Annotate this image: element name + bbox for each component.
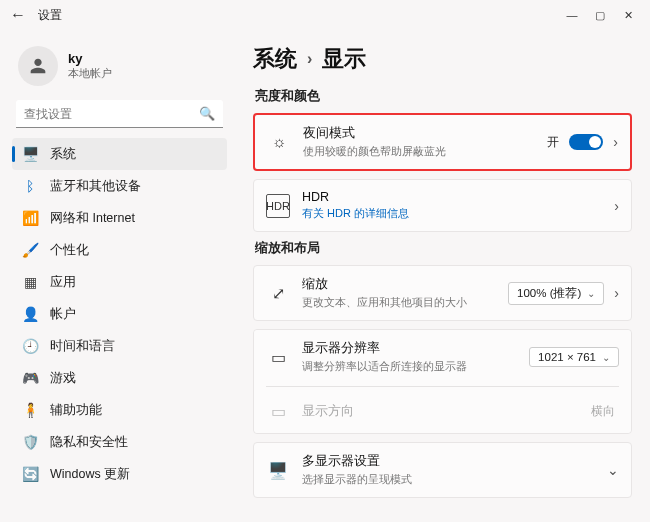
card-sub: 使用较暖的颜色帮助屏蔽蓝光 — [303, 144, 535, 159]
chevron-down-icon: ⌄ — [602, 352, 610, 363]
hdr-link[interactable]: 有关 HDR 的详细信息 — [302, 206, 602, 221]
crumb-parent[interactable]: 系统 — [253, 44, 297, 74]
chevron-down-icon: ⌄ — [587, 288, 595, 299]
sun-icon: ☼ — [267, 130, 291, 154]
account-icon: 👤 — [22, 306, 38, 322]
divider — [266, 386, 619, 387]
accessibility-icon: 🧍 — [22, 402, 38, 418]
chevron-right-icon: › — [307, 50, 312, 68]
sidebar-item-label: 系统 — [50, 146, 76, 163]
bluetooth-icon: ᛒ — [22, 178, 38, 194]
sidebar-item-label: 时间和语言 — [50, 338, 115, 355]
sidebar-item-label: 个性化 — [50, 242, 89, 259]
avatar — [18, 46, 58, 86]
scale-icon: ⤢ — [266, 281, 290, 305]
apps-icon: ▦ — [22, 274, 38, 290]
card-sub: 选择显示器的呈现模式 — [302, 472, 595, 487]
update-icon: 🔄 — [22, 466, 38, 482]
person-icon — [27, 55, 49, 77]
sidebar-item-label: 网络和 Internet — [50, 210, 135, 227]
sidebar-item-update[interactable]: 🔄 Windows 更新 — [12, 458, 227, 490]
hdr-icon: HDR — [266, 194, 290, 218]
breadcrumb: 系统 › 显示 — [253, 44, 632, 74]
maximize-button[interactable]: ▢ — [586, 9, 614, 22]
sidebar-item-accounts[interactable]: 👤 帐户 — [12, 298, 227, 330]
close-button[interactable]: ✕ — [614, 9, 642, 22]
shield-icon: 🛡️ — [22, 434, 38, 450]
card-title: 夜间模式 — [303, 125, 535, 142]
user-name: ky — [68, 51, 112, 66]
resolution-dropdown[interactable]: 1021 × 761 ⌄ — [529, 347, 619, 367]
card-title: 显示方向 — [302, 403, 579, 420]
chevron-right-icon[interactable]: › — [613, 134, 618, 150]
section-scale: 缩放和布局 — [255, 240, 632, 257]
sidebar-item-network[interactable]: 📶 网络和 Internet — [12, 202, 227, 234]
sidebar-item-label: 辅助功能 — [50, 402, 102, 419]
chevron-down-icon[interactable]: ⌄ — [607, 462, 619, 478]
minimize-button[interactable]: — — [558, 9, 586, 21]
sidebar-item-personalization[interactable]: 🖌️ 个性化 — [12, 234, 227, 266]
card-sub: 更改文本、应用和其他项目的大小 — [302, 295, 496, 310]
chevron-right-icon[interactable]: › — [614, 285, 619, 301]
card-title: HDR — [302, 190, 602, 204]
search-input[interactable] — [16, 100, 223, 128]
card-multi-display[interactable]: 🖥️ 多显示器设置 选择显示器的呈现模式 ⌄ — [253, 442, 632, 498]
resolution-value: 1021 × 761 — [538, 351, 596, 363]
card-orientation: ▭ 显示方向 横向 — [254, 389, 631, 433]
sidebar-item-time[interactable]: 🕘 时间和语言 — [12, 330, 227, 362]
sidebar-item-label: 应用 — [50, 274, 76, 291]
sidebar-item-label: 游戏 — [50, 370, 76, 387]
section-brightness: 亮度和颜色 — [255, 88, 632, 105]
clock-icon: 🕘 — [22, 338, 38, 354]
card-title: 显示器分辨率 — [302, 340, 517, 357]
card-scale[interactable]: ⤢ 缩放 更改文本、应用和其他项目的大小 100% (推荐) ⌄ › — [253, 265, 632, 321]
sidebar-item-bluetooth[interactable]: ᛒ 蓝牙和其他设备 — [12, 170, 227, 202]
gaming-icon: 🎮 — [22, 370, 38, 386]
sidebar-item-accessibility[interactable]: 🧍 辅助功能 — [12, 394, 227, 426]
sidebar-item-apps[interactable]: ▦ 应用 — [12, 266, 227, 298]
back-button[interactable]: ← — [8, 6, 28, 24]
chevron-right-icon[interactable]: › — [614, 198, 619, 214]
card-title: 缩放 — [302, 276, 496, 293]
multi-display-icon: 🖥️ — [266, 458, 290, 482]
brush-icon: 🖌️ — [22, 242, 38, 258]
sidebar-item-label: 帐户 — [50, 306, 76, 323]
scale-value: 100% (推荐) — [517, 286, 581, 301]
search-box[interactable]: 🔍 — [16, 100, 223, 128]
sidebar-item-label: 隐私和安全性 — [50, 434, 128, 451]
scale-dropdown[interactable]: 100% (推荐) ⌄ — [508, 282, 604, 305]
orientation-icon: ▭ — [266, 399, 290, 423]
toggle-state: 开 — [547, 134, 559, 151]
resolution-icon: ▭ — [266, 345, 290, 369]
card-resolution[interactable]: ▭ 显示器分辨率 调整分辨率以适合所连接的显示器 1021 × 761 ⌄ — [254, 330, 631, 384]
sidebar-item-label: Windows 更新 — [50, 466, 130, 483]
card-sub: 调整分辨率以适合所连接的显示器 — [302, 359, 517, 374]
window-title: 设置 — [38, 7, 62, 24]
user-sub: 本地帐户 — [68, 66, 112, 81]
card-hdr[interactable]: HDR HDR 有关 HDR 的详细信息 › — [253, 179, 632, 232]
sidebar-item-label: 蓝牙和其他设备 — [50, 178, 141, 195]
sidebar-item-system[interactable]: 🖥️ 系统 — [12, 138, 227, 170]
night-light-toggle[interactable] — [569, 134, 603, 150]
system-icon: 🖥️ — [22, 146, 38, 162]
user-profile[interactable]: ky 本地帐户 — [12, 42, 227, 100]
crumb-current: 显示 — [322, 44, 366, 74]
card-night-light[interactable]: ☼ 夜间模式 使用较暖的颜色帮助屏蔽蓝光 开 › — [253, 113, 632, 171]
sidebar-item-gaming[interactable]: 🎮 游戏 — [12, 362, 227, 394]
wifi-icon: 📶 — [22, 210, 38, 226]
search-icon: 🔍 — [199, 106, 215, 121]
orientation-value: 横向 — [591, 403, 615, 420]
sidebar-item-privacy[interactable]: 🛡️ 隐私和安全性 — [12, 426, 227, 458]
card-title: 多显示器设置 — [302, 453, 595, 470]
